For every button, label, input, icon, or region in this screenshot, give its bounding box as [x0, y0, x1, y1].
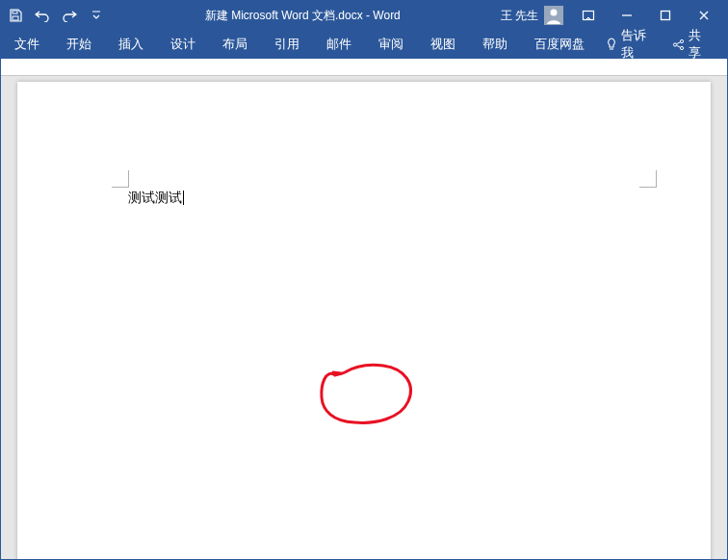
save-icon[interactable]	[7, 7, 24, 24]
tab-baidu-netdisk[interactable]: 百度网盘	[521, 30, 598, 59]
tab-file[interactable]: 文件	[1, 30, 53, 59]
user-avatar-icon	[544, 6, 563, 25]
svg-rect-0	[13, 11, 17, 13]
svg-point-7	[674, 42, 677, 45]
user-name: 王 先生	[501, 8, 538, 24]
page-viewport[interactable]: 测试测试	[1, 76, 727, 560]
tab-home[interactable]: 开始	[53, 30, 105, 59]
margin-marker-top-left	[112, 170, 129, 188]
quick-access-toolbar	[7, 7, 105, 24]
window-title: 新建 Microsoft Word 文档.docx - Word	[105, 8, 501, 24]
page[interactable]: 测试测试	[17, 82, 711, 560]
window-controls	[569, 1, 723, 30]
svg-point-9	[681, 46, 684, 49]
text-cursor	[183, 191, 184, 205]
minimize-icon[interactable]	[608, 1, 646, 30]
tab-help[interactable]: 帮助	[469, 30, 521, 59]
tab-layout[interactable]: 布局	[209, 30, 261, 59]
svg-rect-1	[13, 16, 18, 20]
share-button[interactable]: 共享	[664, 27, 717, 62]
tab-review[interactable]: 审阅	[365, 30, 417, 59]
margin-marker-top-right	[639, 170, 657, 188]
close-icon[interactable]	[685, 1, 723, 30]
app-name: Word	[373, 9, 400, 22]
svg-point-8	[681, 39, 684, 42]
share-icon	[672, 38, 685, 51]
document-body-text[interactable]: 测试测试	[128, 190, 184, 207]
qat-dropdown-icon[interactable]	[88, 7, 105, 24]
maximize-icon[interactable]	[646, 1, 685, 30]
title-bar: 新建 Microsoft Word 文档.docx - Word 王 先生	[1, 1, 727, 30]
svg-rect-5	[662, 12, 670, 20]
tell-me[interactable]: 告诉我	[598, 27, 661, 62]
ink-annotation[interactable]	[316, 361, 422, 428]
tab-insert[interactable]: 插入	[105, 30, 157, 59]
svg-point-2	[551, 10, 558, 16]
ruler[interactable]	[1, 59, 727, 76]
user-account[interactable]: 王 先生	[501, 6, 563, 25]
undo-icon[interactable]	[34, 7, 51, 24]
lightbulb-icon	[606, 38, 617, 51]
redo-icon[interactable]	[61, 7, 78, 24]
tab-references[interactable]: 引用	[261, 30, 313, 59]
document-name: 新建 Microsoft Word 文档.docx	[205, 9, 363, 22]
ribbon-tabs: 文件 开始 插入 设计 布局 引用 邮件 审阅 视图 帮助 百度网盘 告诉我 共…	[1, 30, 727, 59]
document-area: 测试测试	[1, 59, 727, 560]
tab-mailings[interactable]: 邮件	[313, 30, 365, 59]
tab-view[interactable]: 视图	[417, 30, 469, 59]
tab-design[interactable]: 设计	[157, 30, 209, 59]
ribbon-display-options-icon[interactable]	[569, 1, 608, 30]
